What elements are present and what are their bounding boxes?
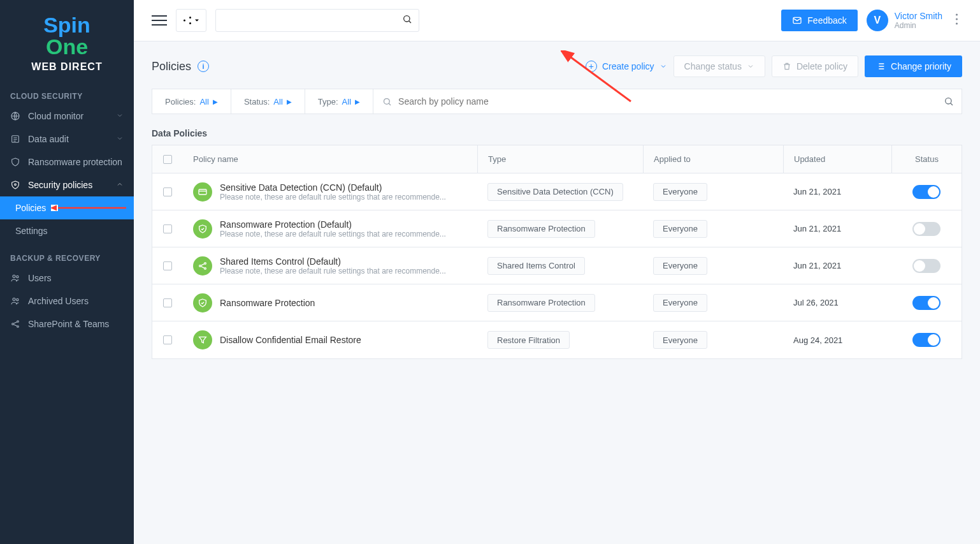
main-area: Feedback V Victor Smith Admin Policies i… [134, 0, 980, 544]
global-search-input[interactable] [222, 15, 402, 26]
table-row[interactable]: Ransomware ProtectionRansomware Protecti… [152, 284, 962, 321]
filter-value: All [342, 97, 351, 107]
applied-chip: Everyone [653, 220, 707, 238]
chevron-down-icon [116, 134, 124, 144]
type-chip: Ransomware Protection [487, 220, 595, 238]
updated-date: Jul 26, 2021 [783, 298, 891, 307]
sidebar-item-sharepoint-teams[interactable]: SharePoint & Teams [0, 312, 134, 335]
sidebar-subitem-policies[interactable]: Policies [0, 196, 134, 219]
status-toggle[interactable] [912, 296, 940, 310]
policy-desc: Please note, these are default rule sett… [220, 267, 446, 276]
status-toggle[interactable] [912, 333, 940, 347]
filters-search-icon[interactable] [936, 89, 962, 114]
type-chip: Sensitive Data Detection (CCN) [487, 183, 623, 201]
status-toggle[interactable] [912, 185, 940, 199]
col-name: Policy name [183, 154, 477, 164]
users-icon [10, 273, 20, 283]
filter-label: Policies: [165, 97, 196, 107]
row-checkbox[interactable] [163, 335, 172, 344]
svg-point-14 [404, 16, 410, 22]
sidebar-item-label: Policies [15, 203, 46, 213]
brand-word-spin-a: Sp [43, 13, 71, 37]
chevron-down-icon [659, 62, 667, 70]
svg-point-4 [13, 275, 15, 277]
search-icon [382, 97, 392, 107]
policy-search[interactable] [373, 89, 936, 114]
share-dropdown[interactable] [176, 9, 206, 32]
svg-point-19 [384, 98, 390, 104]
chevron-down-icon [193, 17, 201, 24]
policy-name: Ransomware Protection [220, 298, 315, 308]
applied-chip: Everyone [653, 183, 707, 201]
brand-logo: Spin One WEB DIRECT [0, 0, 134, 80]
applied-chip: Everyone [653, 294, 707, 312]
svg-point-16 [956, 13, 958, 15]
sidebar-item-label: Users [28, 273, 52, 283]
more-icon[interactable] [951, 13, 962, 28]
svg-point-7 [17, 298, 18, 300]
policy-name: Disallow Confidential Email Restore [220, 335, 361, 345]
row-checkbox[interactable] [163, 224, 172, 233]
plus-icon: + [586, 61, 597, 72]
sidebar-subitem-settings[interactable]: Settings [0, 219, 134, 242]
search-icon [402, 14, 412, 27]
delete-policy-button[interactable]: Delete policy [772, 55, 858, 77]
svg-point-12 [189, 17, 191, 18]
filter-status[interactable]: Status: All ▶ [231, 89, 305, 114]
filter-policies[interactable]: Policies: All ▶ [152, 89, 231, 114]
shield-cog-icon [10, 180, 20, 190]
status-toggle[interactable] [912, 259, 940, 273]
hamburger-icon[interactable] [152, 13, 167, 28]
row-checkbox[interactable] [163, 187, 172, 196]
sidebar-item-archived-users[interactable]: Archived Users [0, 290, 134, 312]
policy-type-icon [193, 293, 212, 312]
avatar: V [867, 10, 888, 31]
user-name: Victor Smith [895, 11, 942, 21]
svg-point-2 [15, 184, 17, 186]
updated-date: Aug 24, 2021 [783, 335, 891, 345]
global-search[interactable] [215, 9, 419, 32]
table-row[interactable]: Sensitive Data Detection (CCN) (Default)… [152, 173, 962, 210]
change-priority-button[interactable]: Change priority [865, 55, 962, 77]
sidebar-item-users[interactable]: Users [0, 267, 134, 290]
svg-point-10 [17, 326, 19, 328]
status-toggle[interactable] [912, 222, 940, 236]
create-policy-button[interactable]: + Create policy [586, 61, 667, 72]
sidebar-item-label: Settings [15, 226, 48, 236]
table-row[interactable]: Shared Items Control (Default)Please not… [152, 247, 962, 284]
brand-word-spin-b: in [71, 13, 90, 37]
filter-value: All [199, 97, 208, 107]
row-checkbox[interactable] [163, 298, 172, 307]
policy-search-input[interactable] [397, 96, 927, 107]
filter-label: Type: [318, 97, 338, 107]
sidebar-item-security-policies[interactable]: Security policies [0, 173, 134, 196]
row-checkbox[interactable] [163, 261, 172, 270]
policy-name: Shared Items Control (Default) [220, 256, 446, 267]
policy-desc: Please note, these are default rule sett… [220, 193, 446, 202]
sidebar-item-cloud-monitor[interactable]: Cloud monitor [0, 105, 134, 128]
chevron-down-icon [116, 111, 124, 121]
svg-point-8 [12, 323, 14, 325]
feedback-button[interactable]: Feedback [781, 10, 857, 31]
table-row[interactable]: Disallow Confidential Email RestoreResto… [152, 321, 962, 358]
change-status-label: Change status [684, 61, 742, 71]
chevron-up-icon [116, 180, 124, 190]
policy-type-icon [193, 219, 212, 239]
filter-type[interactable]: Type: All ▶ [305, 89, 373, 114]
info-icon[interactable]: i [198, 61, 209, 72]
sidebar-item-label: Ransomware protection [28, 157, 122, 167]
select-all-checkbox[interactable] [163, 155, 172, 164]
sidebar-item-label: Security policies [28, 180, 92, 190]
table-row[interactable]: Ransomware Protection (Default)Please no… [152, 210, 962, 247]
sidebar-item-data-audit[interactable]: Data audit [0, 128, 134, 151]
section-title: Data Policies [152, 128, 962, 138]
updated-date: Jun 21, 2021 [783, 261, 891, 270]
updated-date: Jun 21, 2021 [783, 187, 891, 196]
sidebar-item-ransomware-protection[interactable]: Ransomware protection [0, 151, 134, 173]
change-status-button[interactable]: Change status [674, 55, 765, 77]
page-title: Policies [152, 60, 191, 73]
globe-icon [10, 111, 20, 121]
svg-point-6 [13, 298, 15, 300]
shield-icon [10, 157, 20, 167]
user-menu[interactable]: V Victor Smith Admin [867, 10, 942, 31]
